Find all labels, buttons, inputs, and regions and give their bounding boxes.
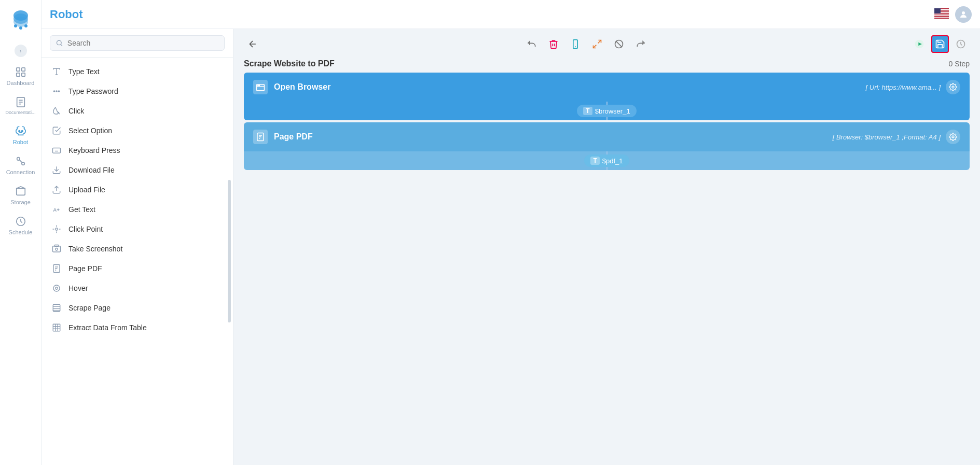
- list-item[interactable]: Select Option: [42, 121, 233, 140]
- delete-button[interactable]: [545, 35, 562, 53]
- search-icon: [56, 39, 63, 47]
- list-item[interactable]: Download File: [42, 160, 233, 180]
- svg-point-14: [18, 131, 20, 132]
- sidebar-item-documentation[interactable]: Documentati...: [0, 91, 41, 120]
- svg-point-46: [56, 228, 58, 231]
- svg-point-53: [56, 248, 58, 251]
- list-item[interactable]: Keyboard Press: [42, 140, 233, 160]
- workflow-header: Scrape Website to PDF 0 Step: [244, 59, 970, 68]
- browser-token-connector: T $browser_1: [244, 102, 970, 120]
- click-point-icon: [52, 224, 61, 234]
- toolbar-center: [523, 35, 650, 53]
- workflow-block-open-browser[interactable]: Open Browser [ Url: https://www.ama... ]…: [244, 73, 970, 120]
- undo-button[interactable]: [523, 35, 541, 53]
- list-item[interactable]: Type Text: [42, 62, 233, 81]
- language-flag[interactable]: [934, 8, 949, 21]
- page-pdf-label: Page PDF: [274, 132, 313, 142]
- svg-rect-64: [53, 324, 60, 331]
- actions-list: Type Text Type Password: [42, 58, 233, 465]
- list-item[interactable]: Click: [42, 101, 233, 121]
- workspace-toolbar: [233, 29, 980, 59]
- list-item[interactable]: Hover: [42, 278, 233, 298]
- svg-point-59: [56, 287, 58, 290]
- token-type-label: T: [583, 107, 592, 115]
- list-item[interactable]: Page PDF: [42, 259, 233, 278]
- block-button[interactable]: [610, 35, 628, 53]
- history-button[interactable]: [952, 35, 970, 53]
- select-option-icon: [52, 126, 61, 135]
- svg-point-30: [57, 40, 61, 45]
- app-logo: [7, 5, 34, 32]
- workflow-block-pdf-header: Page PDF [ Browser: $browser_1 ;Format: …: [244, 122, 970, 151]
- svg-point-29: [962, 11, 965, 15]
- list-item[interactable]: Upload File: [42, 180, 233, 200]
- svg-point-81: [259, 85, 260, 86]
- svg-line-72: [593, 45, 596, 48]
- workflow-block-right: [ Url: https://www.ama... ]: [866, 80, 960, 94]
- svg-rect-69: [573, 40, 577, 49]
- sidebar-item-storage[interactable]: Storage: [0, 180, 41, 210]
- svg-rect-51: [53, 246, 61, 252]
- open-browser-block-icon: [253, 80, 268, 94]
- svg-point-5: [24, 24, 27, 27]
- actions-sidebar: Type Text Type Password: [42, 29, 233, 465]
- sidebar-item-schedule[interactable]: Schedule: [0, 210, 41, 241]
- list-item[interactable]: Take Screenshot: [42, 239, 233, 259]
- svg-rect-25: [934, 13, 949, 15]
- save-button[interactable]: [931, 35, 949, 53]
- browser-token-label: $browser_1: [595, 107, 630, 115]
- svg-text:A+: A+: [53, 207, 60, 213]
- back-button[interactable]: [244, 35, 261, 53]
- workflow-title: Scrape Website to PDF: [244, 59, 335, 68]
- sidebar-scrollbar[interactable]: [228, 180, 231, 322]
- redo-button[interactable]: [632, 35, 650, 53]
- svg-rect-52: [54, 245, 59, 247]
- nav-collapse-toggle[interactable]: ›: [15, 45, 27, 57]
- content-area: Type Text Type Password: [42, 29, 980, 465]
- svg-rect-26: [934, 15, 949, 16]
- play-button[interactable]: [910, 35, 928, 53]
- search-input[interactable]: [67, 39, 219, 47]
- list-item[interactable]: Click Point: [42, 219, 233, 239]
- mobile-view-button[interactable]: [567, 35, 584, 53]
- page-pdf-settings-button[interactable]: [946, 130, 960, 144]
- toolbar-right: [910, 35, 970, 53]
- workflow-content: Scrape Website to PDF 0 Step Open Browse…: [233, 59, 980, 465]
- type-text-icon: [52, 67, 61, 76]
- user-avatar[interactable]: [955, 6, 972, 23]
- page-pdf-icon: [52, 264, 61, 273]
- resize-button[interactable]: [588, 35, 606, 53]
- extract-table-icon: [52, 323, 61, 332]
- svg-point-35: [56, 91, 57, 92]
- svg-point-34: [53, 91, 54, 92]
- open-browser-label: Open Browser: [274, 82, 330, 92]
- svg-rect-6: [16, 68, 19, 71]
- list-item[interactable]: Scrape Page: [42, 298, 233, 318]
- svg-rect-7: [21, 68, 24, 71]
- list-item[interactable]: A+ Get Text: [42, 200, 233, 219]
- sidebar-item-dashboard[interactable]: Dashboard: [0, 61, 41, 91]
- svg-point-4: [19, 26, 22, 30]
- list-item[interactable]: Extract Data From Table: [42, 318, 233, 337]
- svg-rect-9: [21, 73, 24, 76]
- open-browser-settings-button[interactable]: [946, 80, 960, 94]
- svg-point-82: [952, 86, 954, 88]
- sidebar-item-connection[interactable]: Connection: [0, 150, 41, 180]
- svg-line-31: [61, 45, 62, 46]
- search-box[interactable]: [50, 35, 225, 51]
- workflow-block-pdf-left: Page PDF: [253, 130, 313, 144]
- type-password-icon: [52, 87, 61, 96]
- top-bar: Robot: [42, 0, 980, 29]
- list-item[interactable]: Type Password: [42, 81, 233, 101]
- svg-point-18: [21, 162, 24, 165]
- svg-rect-27: [934, 17, 949, 18]
- page-pdf-block-icon: [253, 130, 268, 144]
- token-type-label-pdf: T: [590, 157, 599, 165]
- workflow-block-page-pdf[interactable]: Page PDF [ Browser: $browser_1 ;Format: …: [244, 122, 970, 170]
- pdf-token-connector: T $pdf_1: [244, 151, 970, 170]
- workflow-block-left: Open Browser: [253, 80, 330, 94]
- left-navigation: › Dashboard Documentati... Robot: [0, 0, 42, 465]
- sidebar-item-robot[interactable]: Robot: [0, 120, 41, 150]
- top-bar-left: Robot: [50, 8, 83, 21]
- svg-point-58: [53, 285, 60, 291]
